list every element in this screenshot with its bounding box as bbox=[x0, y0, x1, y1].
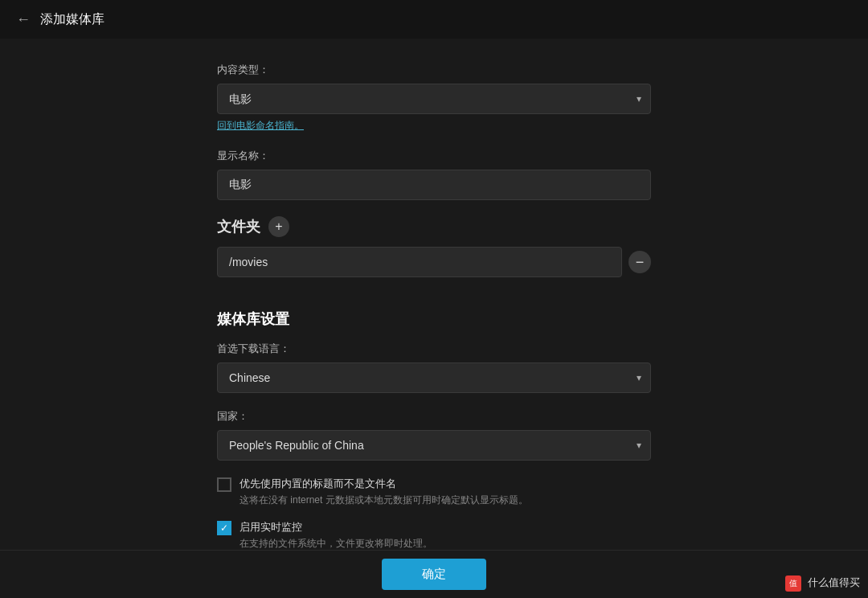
country-label: 国家： bbox=[217, 409, 651, 424]
prefer-title-checkbox-row: 优先使用内置的标题而不是文件名 这将在没有 internet 元数据或本地元数据… bbox=[217, 477, 651, 507]
folder-row: − bbox=[217, 247, 651, 277]
realtime-desc: 在支持的文件系统中，文件更改将即时处理。 bbox=[240, 537, 432, 550]
prefer-title-text-block: 优先使用内置的标题而不是文件名 这将在没有 internet 元数据或本地元数据… bbox=[240, 477, 528, 507]
footer: 确定 bbox=[0, 550, 868, 598]
watermark: 值 什么值得买 bbox=[785, 575, 860, 592]
confirm-button[interactable]: 确定 bbox=[382, 559, 486, 590]
prefer-title-desc: 这将在没有 internet 元数据或本地元数据可用时确定默认显示标题。 bbox=[240, 494, 528, 507]
content-type-label: 内容类型： bbox=[217, 63, 651, 77]
naming-guide-link[interactable]: 电影命名指南 bbox=[236, 120, 294, 131]
content-type-select[interactable]: 电影 bbox=[217, 84, 651, 114]
header: ← 添加媒体库 bbox=[0, 0, 868, 39]
add-folder-button[interactable]: + bbox=[268, 216, 289, 237]
folder-header: 文件夹 + bbox=[217, 216, 651, 237]
language-section: 首选下载语言： Chinese ▾ bbox=[217, 342, 651, 393]
page-title: 添加媒体库 bbox=[40, 11, 104, 28]
library-settings-section: 媒体库设置 首选下载语言： Chinese ▾ 国家： People's Rep… bbox=[217, 309, 651, 550]
realtime-label: 启用实时监控 bbox=[240, 520, 432, 535]
back-button[interactable]: ← bbox=[16, 11, 31, 28]
main-content: 内容类型： 电影 ▾ 回到电影命名指南。 显示名称： 文件夹 + − 媒体库设置 bbox=[0, 39, 868, 550]
watermark-icon: 值 bbox=[785, 575, 801, 592]
country-section: 国家： People's Republic of China ▾ bbox=[217, 409, 651, 461]
display-name-section: 显示名称： bbox=[217, 149, 651, 200]
display-name-input[interactable] bbox=[217, 170, 651, 200]
folder-section: 文件夹 + − bbox=[217, 216, 651, 293]
display-name-label: 显示名称： bbox=[217, 149, 651, 163]
content-type-section: 内容类型： 电影 ▾ 回到电影命名指南。 bbox=[217, 63, 651, 133]
language-select[interactable]: Chinese bbox=[217, 362, 651, 393]
watermark-text: 什么值得买 bbox=[808, 576, 860, 588]
language-label: 首选下载语言： bbox=[217, 342, 651, 356]
prefer-title-label: 优先使用内置的标题而不是文件名 bbox=[240, 477, 528, 491]
content-type-wrapper: 电影 ▾ bbox=[217, 84, 651, 114]
realtime-text-block: 启用实时监控 在支持的文件系统中，文件更改将即时处理。 bbox=[240, 520, 432, 550]
country-select-wrapper: People's Republic of China ▾ bbox=[217, 430, 651, 461]
folder-path-input[interactable] bbox=[217, 247, 622, 277]
folder-section-title: 文件夹 bbox=[217, 217, 260, 236]
language-select-wrapper: Chinese ▾ bbox=[217, 362, 651, 393]
country-select[interactable]: People's Republic of China bbox=[217, 430, 651, 461]
realtime-checkbox[interactable] bbox=[217, 521, 231, 535]
library-settings-title: 媒体库设置 bbox=[217, 309, 651, 329]
remove-folder-button[interactable]: − bbox=[628, 251, 651, 273]
prefer-title-checkbox[interactable] bbox=[217, 477, 231, 492]
naming-guide-hint: 回到电影命名指南。 bbox=[217, 119, 651, 133]
realtime-checkbox-row: 启用实时监控 在支持的文件系统中，文件更改将即时处理。 bbox=[217, 520, 651, 550]
